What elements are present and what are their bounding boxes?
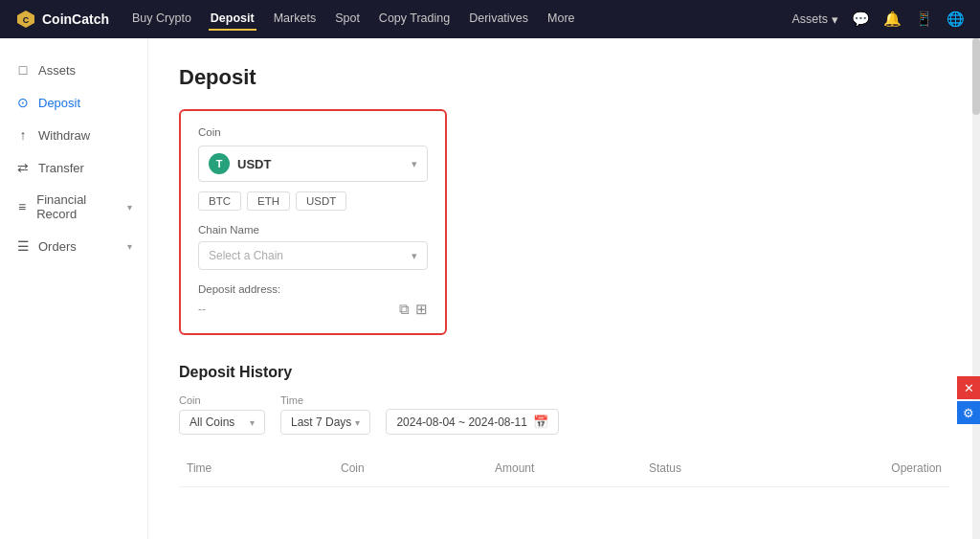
chevron-down-icon: ▾: [355, 417, 360, 428]
table-header: Time Coin Amount Status Operation: [179, 450, 949, 487]
th-time: Time: [179, 458, 333, 479]
deposit-icon: ⊙: [15, 95, 31, 110]
sidebar-item-deposit-label: Deposit: [38, 96, 80, 110]
chevron-down-icon: ▾: [832, 12, 838, 27]
time-filter-select[interactable]: Last 7 Days ▾: [280, 410, 370, 435]
history-section: Deposit History Coin All Coins ▾ Time La…: [179, 364, 949, 539]
assets-button[interactable]: Assets ▾: [791, 12, 838, 27]
calendar-icon: 📅: [533, 415, 548, 429]
orders-icon: ☰: [15, 238, 31, 254]
empty-illustration: [522, 526, 608, 539]
nav-spot[interactable]: Spot: [333, 8, 362, 31]
empty-state: [179, 487, 949, 539]
copy-icon[interactable]: ⧉: [399, 301, 410, 318]
transfer-icon: ⇄: [15, 160, 31, 175]
nav-buy-crypto[interactable]: Buy Crypto: [130, 8, 193, 31]
topnav: C CoinCatch Buy Crypto Deposit Markets S…: [0, 0, 980, 38]
sidebar-item-withdraw[interactable]: ↑ Withdraw: [0, 119, 147, 151]
sidebar-item-transfer-label: Transfer: [38, 161, 84, 175]
address-icons: ⧉ ⊞: [399, 301, 428, 318]
time-filter-group: Time Last 7 Days ▾: [280, 394, 370, 435]
sidebar-item-orders[interactable]: ☰ Orders ▾: [0, 230, 147, 262]
sidebar: □ Assets ⊙ Deposit ↑ Withdraw ⇄ Transfer…: [0, 38, 148, 539]
page-title: Deposit: [179, 65, 949, 90]
coin-filter-group: Coin All Coins ▾: [179, 394, 265, 435]
sidebar-item-withdraw-label: Withdraw: [38, 128, 90, 143]
date-range-group: 2024-08-04 ~ 2024-08-11 📅: [386, 409, 558, 435]
right-widgets: ✕ ⚙: [957, 376, 980, 424]
main-layout: □ Assets ⊙ Deposit ↑ Withdraw ⇄ Transfer…: [0, 38, 980, 539]
chevron-down-icon: ▾: [127, 202, 132, 213]
chain-placeholder: Select a Chain: [209, 249, 412, 262]
nav-derivatives[interactable]: Derivatives: [467, 8, 530, 31]
qrcode-icon[interactable]: ⊞: [415, 301, 428, 318]
time-filter-label: Time: [280, 394, 370, 406]
th-operation: Operation: [795, 458, 949, 479]
address-row: -- ⧉ ⊞: [198, 301, 428, 318]
settings-widget-button[interactable]: ⚙: [957, 401, 980, 424]
scroll-thumb: [972, 38, 980, 115]
nav-deposit[interactable]: Deposit: [209, 8, 256, 31]
brand-logo[interactable]: C CoinCatch: [15, 9, 111, 30]
coin-filter-select[interactable]: All Coins ▾: [179, 410, 265, 435]
sidebar-item-transfer[interactable]: ⇄ Transfer: [0, 151, 147, 184]
chevron-down-icon: ▾: [127, 241, 132, 252]
coin-logo: T: [209, 153, 230, 174]
nav-more[interactable]: More: [546, 8, 576, 31]
coin-tabs: BTC ETH USDT: [198, 191, 428, 211]
coin-name: USDT: [237, 157, 404, 171]
history-title: Deposit History: [179, 364, 949, 381]
message-icon[interactable]: 💬: [852, 11, 870, 28]
globe-icon[interactable]: 🌐: [947, 11, 965, 28]
coin-filter-label: Coin: [179, 394, 265, 406]
topnav-right: Assets ▾ 💬 🔔 📱 🌐: [791, 11, 965, 28]
notification-icon[interactable]: 🔔: [883, 11, 902, 28]
chevron-down-icon: ▾: [412, 250, 417, 262]
chain-label: Chain Name: [198, 224, 428, 236]
main-content: Deposit Coin T USDT ▾ BTC ETH USDT: [148, 38, 980, 539]
history-filters: Coin All Coins ▾ Time Last 7 Days ▾ 202: [179, 394, 949, 435]
deposit-card: Coin T USDT ▾ BTC ETH USDT Chain Nam: [179, 109, 447, 335]
address-value: --: [198, 303, 391, 316]
brand-name: CoinCatch: [42, 11, 109, 27]
chevron-down-icon: ▾: [412, 158, 417, 170]
coin-label: Coin: [198, 126, 428, 138]
th-amount: Amount: [487, 458, 641, 479]
sidebar-item-assets-label: Assets: [38, 63, 76, 78]
sidebar-item-orders-label: Orders: [38, 239, 77, 254]
coin-tab-eth[interactable]: ETH: [247, 191, 290, 211]
chain-selector[interactable]: Select a Chain ▾: [198, 241, 428, 270]
nav-markets[interactable]: Markets: [272, 8, 318, 31]
scrollbar[interactable]: [972, 38, 980, 539]
sidebar-item-assets[interactable]: □ Assets: [0, 54, 147, 86]
topnav-links: Buy Crypto Deposit Markets Spot Copy Tra…: [130, 8, 772, 31]
th-status: Status: [641, 458, 795, 479]
nav-copy-trading[interactable]: Copy Trading: [377, 8, 452, 31]
sidebar-item-deposit[interactable]: ⊙ Deposit: [0, 86, 147, 119]
coin-selector[interactable]: T USDT ▾: [198, 146, 428, 182]
financial-record-icon: ≡: [15, 199, 29, 214]
svg-text:C: C: [23, 15, 30, 25]
date-range-picker[interactable]: 2024-08-04 ~ 2024-08-11 📅: [386, 409, 558, 435]
chevron-down-icon: ▾: [250, 417, 255, 428]
sidebar-item-financial-record[interactable]: ≡ Financial Record ▾: [0, 184, 147, 230]
coin-tab-usdt[interactable]: USDT: [296, 191, 346, 211]
withdraw-icon: ↑: [15, 127, 31, 143]
coin-tab-btc[interactable]: BTC: [198, 191, 241, 211]
sidebar-item-financial-label: Financial Record: [36, 192, 120, 221]
close-widget-button[interactable]: ✕: [957, 376, 980, 399]
th-coin: Coin: [333, 458, 487, 479]
phone-icon[interactable]: 📱: [915, 11, 933, 28]
assets-icon: □: [15, 62, 31, 78]
address-label: Deposit address:: [198, 283, 428, 295]
